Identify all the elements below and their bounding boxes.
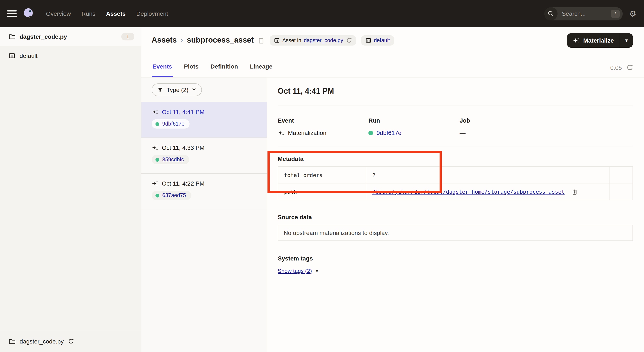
run-status-dot: [156, 158, 159, 162]
dagster-app: Overview Runs Assets Deployment / ⚙ dags…: [0, 0, 644, 352]
divider: [278, 146, 633, 146]
asset-count-badge: 1: [122, 33, 134, 40]
chevron-down-icon: [192, 87, 196, 92]
sparkle-icon: [573, 37, 580, 44]
asset-grid-icon: [274, 37, 280, 43]
event-timestamp-link[interactable]: Oct 11, 4:41 PM: [162, 108, 204, 115]
metadata-extra-cell: [609, 183, 633, 200]
table-row: path /Users/yuhan/dev/local/dagster_home…: [278, 183, 633, 200]
sidebar-item-code-location[interactable]: dagster_code.py 1: [0, 27, 141, 46]
tab-lineage[interactable]: Lineage: [249, 63, 273, 77]
event-list-item[interactable]: Oct 11, 4:33 PM 359cdbfc: [142, 138, 267, 174]
tab-plots[interactable]: Plots: [183, 63, 199, 77]
path-link[interactable]: /Users/yuhan/dev/local/dagster_home/stor…: [372, 188, 564, 195]
search-icon: [544, 7, 558, 20]
materialization-sparkle-icon: [152, 108, 158, 115]
refresh-icon[interactable]: [626, 64, 633, 71]
top-navigation: Overview Runs Assets Deployment: [46, 10, 168, 17]
run-value: 9dbf617e: [368, 129, 460, 136]
gear-icon[interactable]: ⚙: [629, 9, 636, 18]
event-type-text: Materialization: [288, 129, 326, 136]
event-value: Materialization: [278, 129, 368, 136]
source-data-empty-message: No upstream materializations to display.: [284, 229, 389, 236]
sidebar-item-label: dagster_code.py: [20, 33, 67, 40]
asset-group-icon: [365, 37, 371, 43]
run-id-badge[interactable]: 359cdbfc: [152, 155, 189, 164]
tab-definition[interactable]: Definition: [210, 63, 239, 77]
run-id-badge[interactable]: 637aed75: [152, 191, 191, 200]
show-tags-label: Show tags (2): [278, 268, 312, 274]
materialize-button[interactable]: Materialize: [567, 33, 620, 47]
refresh-countdown: 0:05: [610, 64, 622, 71]
job-label: Job: [460, 117, 633, 124]
page-title: subprocess_asset: [187, 36, 254, 45]
system-tags-heading: System tags: [278, 255, 633, 262]
dagster-logo-icon[interactable]: [22, 7, 35, 20]
event-list-item[interactable]: Oct 11, 4:41 PM 9dbf617e: [142, 102, 267, 138]
event-timestamp-link[interactable]: Oct 11, 4:22 PM: [162, 180, 204, 187]
nav-runs[interactable]: Runs: [82, 10, 96, 17]
folder-icon: [8, 33, 15, 40]
materialization-sparkle-icon: [152, 144, 158, 151]
group-link[interactable]: default: [374, 37, 390, 43]
breadcrumb-separator-icon: ›: [180, 36, 183, 44]
source-data-empty-box: No upstream materializations to display.: [278, 225, 633, 241]
reload-icon[interactable]: [68, 338, 74, 344]
materialize-label: Materialize: [583, 37, 614, 44]
metadata-value: 2: [366, 167, 609, 183]
run-id-link[interactable]: 359cdbfc: [162, 157, 184, 163]
event-detail-heading: Oct 11, 4:41 PM: [278, 87, 633, 96]
sidebar-item-default-group[interactable]: default: [0, 46, 141, 65]
event-label: Event: [278, 117, 368, 124]
run-status-dot: [368, 130, 373, 135]
sidebar: dagster_code.py 1 default dagster_code.p…: [0, 27, 142, 352]
event-detail-pane: Oct 11, 4:41 PM Event Run Job Materializ…: [268, 77, 644, 352]
metadata-key: path: [278, 183, 366, 200]
run-id-badge[interactable]: 9dbf617e: [152, 119, 190, 129]
run-label: Run: [368, 117, 460, 124]
source-data-heading: Source data: [278, 214, 633, 221]
asset-group-pill[interactable]: default: [361, 35, 394, 45]
events-list-panel: Type (2) Oct 11, 4:41 PM 9dbf617e Oct 11…: [142, 77, 267, 352]
page-header: Assets › subprocess_asset Asset in dagst…: [142, 27, 644, 53]
copy-asset-name-icon[interactable]: [258, 37, 264, 44]
metadata-extra-cell: [609, 167, 633, 183]
divider: [278, 106, 633, 106]
caret-down-icon: ▼: [315, 269, 319, 273]
metadata-heading: Metadata: [278, 155, 633, 162]
run-id-link[interactable]: 9dbf617e: [162, 121, 184, 127]
search-input[interactable]: [561, 10, 607, 17]
type-filter-dropdown[interactable]: Type (2): [152, 83, 202, 96]
event-timestamp-link[interactable]: Oct 11, 4:33 PM: [162, 144, 204, 151]
refresh-timer: 0:05: [610, 64, 633, 77]
materialize-dropdown-button[interactable]: ▼: [620, 33, 633, 47]
copy-path-icon[interactable]: [572, 189, 578, 195]
asset-in-text: Asset in: [282, 37, 301, 43]
asset-location-pill[interactable]: Asset in dagster_code.py: [270, 35, 356, 45]
run-id-link[interactable]: 637aed75: [162, 192, 186, 198]
tab-bar: Events Plots Definition Lineage 0:05: [142, 53, 644, 77]
code-location-link[interactable]: dagster_code.py: [304, 37, 343, 43]
event-list-item[interactable]: Oct 11, 4:22 PM 637aed75: [142, 174, 267, 209]
nav-deployment[interactable]: Deployment: [136, 10, 168, 17]
reload-icon[interactable]: [346, 37, 352, 43]
topbar: Overview Runs Assets Deployment / ⚙: [0, 0, 644, 27]
event-run-job-grid: Event Run Job Materialization 9dbf617e —: [278, 117, 633, 136]
filter-row: Type (2): [142, 77, 267, 102]
materialization-sparkle-icon: [152, 180, 158, 187]
job-value: —: [460, 129, 633, 136]
nav-assets[interactable]: Assets: [106, 10, 126, 17]
breadcrumb-assets[interactable]: Assets: [152, 36, 177, 45]
tab-events[interactable]: Events: [152, 63, 173, 77]
show-tags-toggle[interactable]: Show tags (2) ▼: [278, 268, 319, 274]
hamburger-menu-icon[interactable]: [7, 10, 16, 17]
search-shortcut-key: /: [611, 9, 620, 18]
nav-overview[interactable]: Overview: [46, 10, 71, 17]
table-row: total_orders 2: [278, 167, 633, 183]
run-id-link[interactable]: 9dbf617e: [376, 129, 402, 136]
search-box[interactable]: /: [544, 7, 623, 20]
sidebar-footer-code-location[interactable]: dagster_code.py: [0, 330, 141, 352]
materialize-split-button: Materialize ▼: [567, 33, 633, 47]
materialization-sparkle-icon: [278, 129, 284, 136]
sidebar-footer-label: dagster_code.py: [20, 338, 64, 345]
